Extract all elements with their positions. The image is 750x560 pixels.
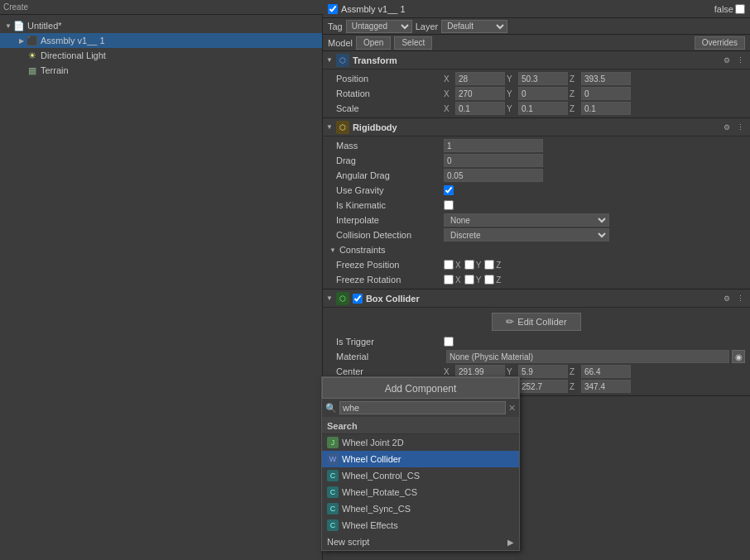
- interpolate-select[interactable]: None: [444, 213, 609, 227]
- rigidbody-section: ▼ ⬡ Rigidbody ⚙ ⋮ Mass Drag: [323, 118, 750, 290]
- collision-detection-value: Discrete: [444, 228, 745, 242]
- freeze-position-value: X Y Z: [444, 260, 745, 270]
- tag-select[interactable]: Untagged: [346, 20, 412, 33]
- rotation-z-input[interactable]: [581, 87, 631, 100]
- rigidbody-header[interactable]: ▼ ⬡ Rigidbody ⚙ ⋮: [323, 118, 750, 136]
- rigidbody-dots-icon[interactable]: ⋮: [733, 121, 747, 134]
- use-gravity-checkbox[interactable]: [444, 185, 454, 195]
- assmbly-icon: ⬛: [26, 35, 38, 46]
- layer-select[interactable]: Default: [441, 20, 507, 33]
- clear-search-button[interactable]: ✕: [508, 403, 516, 414]
- wheel-joint-2d-icon: J: [327, 437, 339, 448]
- position-z-input[interactable]: [581, 72, 631, 85]
- constraints-sub-header[interactable]: ▼ Constraints: [323, 242, 750, 257]
- terrain-label: Terrain: [41, 65, 69, 75]
- angular-drag-input[interactable]: [444, 169, 543, 182]
- freeze-pos-z-checkbox[interactable]: [484, 260, 494, 270]
- collision-detection-label: Collision Detection: [336, 230, 444, 240]
- assmbly-label: Assmbly v1__ 1: [41, 36, 105, 45]
- size-y-input[interactable]: [518, 380, 568, 393]
- box-collider-arrow-icon: ▼: [326, 294, 333, 302]
- scene-icon: 📄: [13, 20, 25, 31]
- mass-input[interactable]: [444, 139, 543, 152]
- mass-label: Mass: [336, 141, 444, 151]
- freeze-pos-y-checkbox[interactable]: [464, 260, 474, 270]
- model-row: Model Open Select Overrides: [323, 35, 750, 51]
- edit-collider-label: Edit Collider: [517, 317, 566, 327]
- transform-dots-icon[interactable]: ⋮: [733, 54, 747, 67]
- overrides-button[interactable]: Overrides: [695, 36, 745, 50]
- interpolate-label: Interpolate: [336, 215, 444, 225]
- transform-section: ▼ ⬡ Transform ⚙ ⋮ Position X Y Z R: [323, 51, 750, 118]
- pos-x-label: X: [444, 74, 454, 84]
- search-result-wheel-collider[interactable]: W Wheel Collider: [322, 451, 519, 467]
- hierarchy-item-assmbly[interactable]: ▶ ⬛ Assmbly v1__ 1: [0, 33, 322, 48]
- position-x-input[interactable]: [455, 72, 505, 85]
- transform-menu-icon[interactable]: ⚙: [720, 54, 733, 67]
- hierarchy-titlebar: Create: [0, 0, 323, 15]
- static-checkbox[interactable]: [735, 4, 745, 14]
- freeze-pos-x-checkbox[interactable]: [444, 260, 454, 270]
- search-result-wheel-rotate-cs[interactable]: C Wheel_Rotate_CS: [322, 484, 519, 500]
- box-collider-menu-icon[interactable]: ⚙: [720, 292, 733, 305]
- scale-y-input[interactable]: [518, 102, 568, 115]
- fp-y-group: Y: [464, 260, 482, 270]
- rigidbody-body: Mass Drag Angular Drag Use: [323, 136, 750, 289]
- rotation-x-input[interactable]: [455, 87, 505, 100]
- freeze-rot-x-checkbox[interactable]: [444, 275, 454, 285]
- object-enabled-checkbox[interactable]: [328, 4, 338, 14]
- position-value: X Y Z: [444, 72, 745, 85]
- add-component-button[interactable]: Add Component: [322, 377, 519, 399]
- use-gravity-value: [444, 185, 745, 195]
- hierarchy-item-terrain[interactable]: ▶ ▦ Terrain: [0, 63, 322, 78]
- freeze-rot-y-checkbox[interactable]: [464, 275, 474, 285]
- transform-icon: ⬡: [336, 54, 349, 67]
- is-trigger-checkbox[interactable]: [444, 337, 454, 347]
- rigidbody-menu-icon[interactable]: ⚙: [720, 121, 733, 134]
- wheel-effects-icon: C: [327, 519, 339, 531]
- search-result-wheel-sync-cs[interactable]: C Wheel_Sync_CS: [322, 500, 519, 517]
- box-collider-header[interactable]: ▼ ⬡ Box Collider ⚙ ⋮: [323, 290, 750, 308]
- box-collider-enabled-checkbox[interactable]: [353, 294, 363, 304]
- search-result-wheel-joint-2d[interactable]: J Wheel Joint 2D: [322, 434, 519, 451]
- position-y-input[interactable]: [518, 72, 568, 85]
- search-result-wheel-control-cs[interactable]: C Wheel_Control_CS: [322, 467, 519, 484]
- search-result-wheel-effects[interactable]: C Wheel Effects: [322, 517, 519, 534]
- freeze-rotation-row: Freeze Rotation X Y Z: [323, 272, 750, 287]
- box-collider-dots-icon[interactable]: ⋮: [733, 292, 747, 305]
- scale-z-input[interactable]: [581, 102, 631, 115]
- model-label: Model: [328, 38, 353, 48]
- material-arrow-icon[interactable]: ◉: [732, 350, 745, 363]
- collision-detection-select[interactable]: Discrete: [444, 228, 609, 242]
- drag-input[interactable]: [444, 154, 543, 167]
- rotation-y-input[interactable]: [518, 87, 568, 100]
- hierarchy-item-light[interactable]: ▶ ☀ Directional Light: [0, 48, 322, 63]
- hierarchy-tree: ▼ 📄 Untitled* ▶ ⬛ Assmbly v1__ 1 ▶ ☀ Dir…: [0, 15, 322, 81]
- open-button[interactable]: Open: [356, 36, 391, 50]
- select-button[interactable]: Select: [394, 36, 432, 50]
- angular-drag-label: Angular Drag: [336, 170, 444, 180]
- fr-x-label: X: [455, 275, 461, 285]
- rot-x-label: X: [444, 89, 454, 98]
- is-kinematic-checkbox[interactable]: [444, 200, 454, 210]
- search-category-label: Search: [322, 418, 519, 434]
- search-input[interactable]: [339, 401, 506, 414]
- center-z-input[interactable]: [581, 365, 631, 378]
- center-y-input[interactable]: [518, 365, 568, 378]
- new-script-label: New script: [327, 537, 369, 547]
- wheel-effects-label: Wheel Effects: [342, 520, 398, 530]
- mass-row: Mass: [323, 138, 750, 153]
- use-gravity-row: Use Gravity: [323, 183, 750, 198]
- material-input[interactable]: [446, 350, 729, 363]
- hierarchy-root-item[interactable]: ▼ 📄 Untitled*: [0, 18, 322, 33]
- transform-header[interactable]: ▼ ⬡ Transform ⚙ ⋮: [323, 51, 750, 69]
- tag-label: Tag: [328, 22, 343, 31]
- scale-x-input[interactable]: [455, 102, 505, 115]
- size-z-input[interactable]: [581, 380, 631, 393]
- freeze-rot-z-checkbox[interactable]: [484, 275, 494, 285]
- freeze-rotation-label: Freeze Rotation: [336, 275, 444, 285]
- wheel-joint-2d-label: Wheel Joint 2D: [342, 438, 404, 448]
- edit-collider-button[interactable]: ✏ Edit Collider: [492, 313, 580, 331]
- light-label: Directional Light: [41, 50, 106, 60]
- new-script-item[interactable]: New script ▶: [322, 534, 519, 550]
